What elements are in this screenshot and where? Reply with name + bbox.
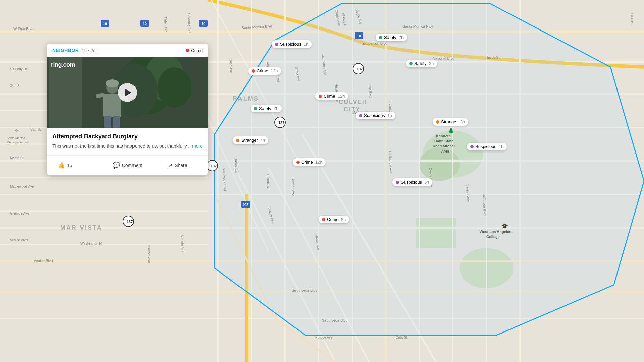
post-source-name: NEIGHBOR [52,48,79,53]
svg-text:Sepulveda Blvd: Sepulveda Blvd [292,288,317,292]
incident-stranger-2[interactable]: Stranger 3h [433,118,468,126]
crime-dot [186,49,189,52]
svg-text:West Los Angeles: West Los Angeles [480,230,511,234]
svg-text:10: 10 [357,34,361,38]
read-more-link[interactable]: more [192,143,203,149]
svg-text:405: 405 [242,203,248,207]
svg-text:Coventry Ave: Coventry Ave [187,13,192,34]
post-source: NEIGHBOR 1h • 2mi [52,48,98,53]
incident-crime-4[interactable]: Crime 8h [319,216,349,223]
svg-text:✈: ✈ [15,128,19,133]
svg-text:10: 10 [201,22,205,26]
incident-suspicious-1[interactable]: Suspicious 1h [272,40,312,48]
svg-text:National Blvd: National Blvd [433,56,454,60]
svg-text:College: College [486,235,500,239]
incident-suspicious-ih[interactable]: Suspicious 1h [467,143,507,150]
incident-crime-3[interactable]: Crime 12h [293,158,326,166]
svg-text:Area: Area [441,149,449,153]
post-body: Attempted Backyard Burglary This was not… [47,128,208,155]
incident-stranger-1[interactable]: Stranger 4h [233,136,268,144]
share-label: Share [175,163,187,168]
post-meta: 1h • 2mi [82,48,97,53]
svg-text:Exposition Blvd: Exposition Blvd [362,41,387,45]
svg-text:Ince Blvd: Ince Blvd [368,84,372,98]
svg-text:🌲: 🌲 [448,127,454,134]
svg-text:Glencoe Ave: Glencoe Ave [10,212,29,215]
svg-text:10: 10 [103,22,107,26]
svg-text:PALMS: PALMS [233,95,259,102]
post-category: Crime [186,48,203,53]
svg-rect-137 [103,94,121,117]
svg-text:Cabrillo: Cabrillo [30,128,42,131]
svg-text:La Cie...: La Cie... [630,13,634,26]
svg-text:Jacob St: Jacob St [486,56,499,59]
svg-text:187: 187 [211,164,217,168]
post-title: Attempted Backyard Burglary [52,133,203,140]
svg-text:Elenda St: Elenda St [266,174,270,189]
comment-label: Comment [122,163,143,168]
svg-text:187: 187 [127,220,133,224]
svg-text:Santa Monica: Santa Monica [7,136,25,140]
comment-icon: 💬 [113,162,120,169]
ring-logo: ring.com [51,61,75,68]
like-icon: 👍 [58,162,65,169]
svg-text:🎓: 🎓 [501,223,508,229]
incident-suspicious-2[interactable]: Suspicious 1h [356,112,395,119]
svg-text:Santa Monica Pwy: Santa Monica Pwy [402,24,433,28]
svg-text:W Pico Blvd: W Pico Blvd [13,27,33,31]
incident-safety-1[interactable]: Safety 2h [376,34,407,41]
svg-text:Kenneth: Kenneth [436,134,451,138]
svg-text:Hahn State: Hahn State [434,139,453,143]
svg-text:187: 187 [278,121,284,125]
comment-button[interactable]: 💬 Comment [102,160,152,171]
svg-point-136 [106,79,119,87]
svg-text:Rose Ave: Rose Ave [229,59,233,73]
svg-text:Venice Blvd: Venice Blvd [34,259,53,263]
svg-text:Barman Ave: Barman Ave [291,178,296,196]
svg-text:S Bundy Dr: S Bundy Dr [10,67,28,71]
like-count: 15 [67,163,72,168]
incident-safety-3[interactable]: Safety 2h [251,105,282,112]
svg-text:Washington Pl: Washington Pl [80,242,102,245]
svg-text:Virginia Ave: Virginia Ave [466,184,470,202]
svg-text:10: 10 [143,22,147,26]
svg-text:Venice Blvd: Venice Blvd [10,238,28,242]
svg-text:Minerva Ave: Minerva Ave [147,245,151,263]
category-label: Crime [191,48,203,53]
svg-text:Maplewood Ave: Maplewood Ave [10,185,34,188]
svg-text:Recreational: Recreational [433,144,455,148]
like-button[interactable]: 👍 15 [52,160,102,171]
incident-crime-2[interactable]: Crime 12h [315,92,348,100]
svg-point-122 [158,67,191,108]
post-card: NEIGHBOR 1h • 2mi Crime [47,44,208,175]
svg-text:Moore St: Moore St [10,156,24,160]
svg-text:Cota St: Cota St [396,336,407,339]
ring-logo-text: ring.com [51,61,75,68]
play-icon [125,88,131,97]
incident-suspicious-3[interactable]: Suspicious 3h [392,178,432,186]
incident-safety-2[interactable]: Safety 2h [406,60,437,67]
svg-text:Municipal Airport: Municipal Airport [7,141,29,144]
svg-text:Jefferson Blvd: Jefferson Blvd [482,194,487,216]
svg-text:Sepulveda Blvd: Sepulveda Blvd [322,318,347,322]
svg-rect-141 [113,116,120,128]
svg-text:Purdue Ave: Purdue Ave [315,336,333,339]
svg-text:187: 187 [357,67,363,71]
play-button[interactable] [118,83,137,102]
post-header: NEIGHBOR 1h • 2mi Crime [47,44,208,57]
svg-text:Tilden Ave: Tilden Ave [164,17,168,33]
post-actions: 👍 15 💬 Comment ↗ Share [47,155,208,175]
share-button[interactable]: ↗ Share [153,160,203,171]
svg-text:MAR VISTA: MAR VISTA [60,224,102,231]
incident-crime-1[interactable]: Crime 12h [248,67,281,75]
svg-text:Huron Ave: Huron Ave [234,158,238,173]
svg-text:34th St: 34th St [10,84,21,88]
svg-rect-140 [104,116,111,128]
share-icon: ↗ [168,162,173,169]
post-description: This was not the first time this has hap… [52,143,203,150]
post-image[interactable]: ring.com [47,57,208,128]
svg-text:Albright Ave: Albright Ave [180,235,185,253]
